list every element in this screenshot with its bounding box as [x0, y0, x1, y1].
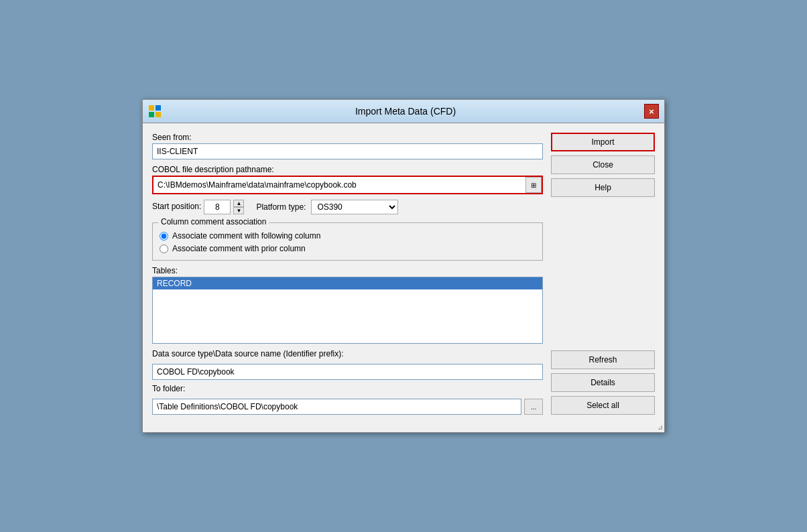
tables-list[interactable]: RECORD [152, 277, 543, 344]
column-comment-legend: Column comment association [158, 217, 269, 226]
start-position-group: Start position: ▲ ▼ [152, 200, 244, 214]
radio-prior[interactable] [160, 245, 168, 253]
right-panel: Import Close Help Refresh Details Select… [551, 133, 655, 415]
import-button[interactable]: Import [551, 133, 655, 151]
to-folder-browse-button[interactable]: ... [524, 399, 543, 415]
list-item[interactable]: RECORD [153, 277, 542, 289]
resize-icon: ⊿ [658, 423, 663, 431]
browse-icon: ⊞ [531, 182, 536, 189]
select-all-button[interactable]: Select all [551, 396, 655, 415]
ds-label: Data source type\Data source name (Ident… [152, 349, 543, 358]
seen-from-section: Seen from: [152, 133, 543, 159]
seen-from-label: Seen from: [152, 133, 543, 142]
spinner-down-button[interactable]: ▼ [233, 207, 244, 214]
resize-handle: ⊿ [143, 424, 664, 432]
radio-prior-label: Associate comment with prior column [172, 244, 306, 253]
cobol-path-section: COBOL file description pathname: ⊞ [152, 165, 543, 194]
bottom-section: Data source type\Data source name (Ident… [152, 349, 543, 415]
svg-rect-1 [156, 105, 161, 111]
radio-group: Associate comment with following column … [160, 231, 536, 253]
radio-following-row: Associate comment with following column [160, 231, 536, 241]
start-position-label: Start position: [152, 202, 201, 211]
refresh-button[interactable]: Refresh [551, 350, 655, 369]
svg-rect-0 [149, 105, 154, 111]
platform-select[interactable]: OS390 MVS Windows Unix [311, 200, 398, 214]
column-comment-groupbox: Column comment association Associate com… [152, 222, 543, 261]
start-position-input[interactable] [204, 200, 231, 214]
svg-rect-2 [149, 112, 154, 117]
cobol-path-browse-button[interactable]: ⊞ [525, 177, 542, 193]
tables-section: Tables: RECORD [152, 266, 543, 344]
title-bar-icon [148, 105, 162, 118]
radio-following-label: Associate comment with following column [172, 231, 320, 241]
dialog-title: Import Meta Data (CFD) [167, 106, 644, 117]
close-button[interactable]: Close [551, 155, 655, 174]
import-meta-data-dialog: Import Meta Data (CFD) × Seen from: COBO… [142, 99, 665, 433]
cobol-path-wrapper: ⊞ [152, 176, 543, 194]
close-window-button[interactable]: × [644, 104, 659, 119]
cobol-path-input[interactable] [153, 177, 525, 193]
spinner-up-button[interactable]: ▲ [233, 200, 244, 207]
spinner-arrows: ▲ ▼ [233, 200, 244, 214]
svg-rect-3 [156, 112, 161, 117]
platform-group: Platform type: OS390 MVS Windows Unix [256, 200, 398, 214]
dialog-body: Seen from: COBOL file description pathna… [143, 123, 664, 424]
title-bar: Import Meta Data (CFD) × [143, 100, 664, 123]
cobol-path-label: COBOL file description pathname: [152, 165, 543, 174]
left-panel: Seen from: COBOL file description pathna… [152, 133, 543, 415]
to-folder-input[interactable] [152, 399, 521, 415]
to-folder-wrapper: ... [152, 399, 543, 415]
radio-prior-row: Associate comment with prior column [160, 244, 536, 253]
details-button[interactable]: Details [551, 373, 655, 392]
platform-label: Platform type: [256, 202, 306, 212]
to-folder-label: To folder: [152, 384, 543, 393]
radio-following[interactable] [160, 232, 168, 241]
seen-from-input[interactable] [152, 143, 543, 159]
ds-input[interactable] [152, 364, 543, 380]
help-button[interactable]: Help [551, 178, 655, 197]
tables-label: Tables: [152, 266, 543, 275]
start-platform-row: Start position: ▲ ▼ Platform type: OS390… [152, 200, 543, 214]
